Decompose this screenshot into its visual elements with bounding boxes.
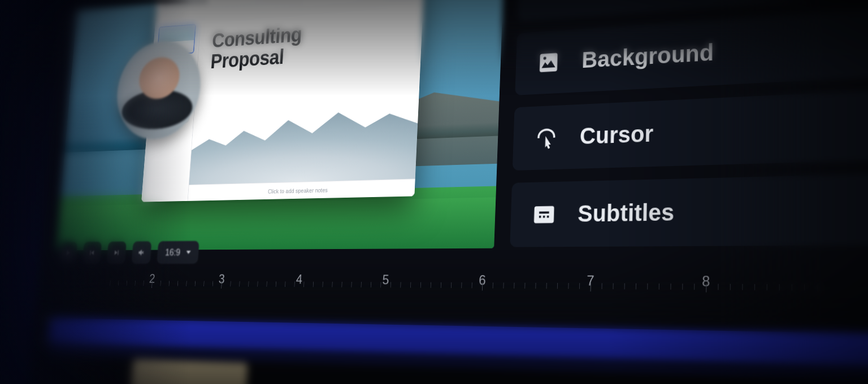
ruler-tick (431, 282, 431, 288)
ruler-tick (203, 281, 204, 286)
ruler-tick (503, 283, 504, 289)
slide-title: Consulting Proposal (210, 15, 409, 72)
chevron-down-icon (186, 251, 191, 254)
toolbar-icon (189, 0, 193, 5)
ruler-tick (706, 284, 706, 293)
user-circle-icon (539, 0, 563, 1)
skip-forward-button[interactable] (107, 242, 127, 264)
ruler-tick (390, 282, 391, 287)
tilted-surface: Consulting Proposal Click to add speaker… (22, 0, 868, 384)
ruler-tick (493, 282, 493, 288)
ruler-tick (659, 283, 659, 290)
ruler-tick (127, 281, 127, 286)
ruler-tick (248, 281, 249, 286)
ruler-tick (817, 285, 817, 291)
ruler-tick (670, 283, 671, 290)
ruler-tick (160, 281, 160, 286)
option-webcam-recording[interactable]: Webcam Recording (518, 0, 868, 21)
toolbar-icon (175, 1, 180, 6)
play-icon (64, 248, 72, 258)
ruler-tick (647, 283, 648, 290)
options-panel: Webcam Recording Background Cursor Subti… (510, 0, 868, 247)
toolbar-icon (169, 1, 173, 6)
ruler-tick (535, 283, 536, 289)
ruler-tick (410, 282, 411, 288)
ruler-tick (779, 284, 780, 290)
option-label: Background (581, 40, 714, 73)
ruler-tick (742, 284, 743, 290)
ruler-mark: 4 (296, 272, 303, 287)
ruler-tick (694, 283, 695, 290)
slide-hero-image (189, 87, 420, 185)
ruler-tick (546, 283, 547, 289)
ruler-tick (361, 282, 362, 287)
ruler-tick (118, 281, 119, 286)
ruler-tick (371, 282, 371, 287)
ruler-tick (134, 281, 135, 286)
skip-back-icon (88, 248, 96, 258)
ruler-tick (579, 283, 580, 289)
subtitles-icon (532, 202, 556, 227)
play-button[interactable] (58, 242, 77, 264)
film-icon (40, 335, 47, 344)
ruler-tick (420, 282, 421, 288)
option-label: Subtitles (578, 199, 675, 226)
option-label: Cursor (579, 121, 653, 150)
timeline-clip-overlay[interactable] (131, 359, 248, 384)
ruler-tick (730, 284, 731, 290)
ruler-tick (613, 283, 613, 290)
ruler-tick (313, 282, 314, 287)
ruler-tick (636, 283, 636, 290)
ruler-tick (472, 282, 472, 288)
ruler-tick (400, 282, 401, 288)
toolbar-icon (182, 0, 186, 5)
ruler-tick (143, 281, 144, 286)
ruler-tick (322, 282, 323, 287)
option-cursor[interactable]: Cursor (513, 85, 868, 171)
toolbar-icon (202, 0, 207, 4)
skip-forward-icon (112, 248, 120, 257)
ruler-mark: 5 (382, 272, 389, 288)
ruler-tick (514, 283, 514, 289)
ruler-tick (266, 281, 267, 286)
option-subtitles[interactable]: Subtitles (510, 171, 868, 247)
ruler-tick (177, 281, 178, 286)
volume-mute-icon (137, 248, 146, 257)
transport-bar: 16:9 (55, 235, 494, 267)
skip-back-button[interactable] (82, 242, 102, 264)
toolbar-icon (162, 2, 167, 7)
ruler-tick (591, 283, 591, 291)
ruler-tick (294, 282, 294, 287)
cursor-click-icon (534, 125, 558, 150)
ruler-tick (341, 282, 342, 287)
ruler-tick (212, 281, 213, 286)
ruler-tick (441, 282, 441, 288)
ruler-tick (601, 283, 602, 290)
ruler-tick (451, 282, 452, 288)
ruler-mark: 6 (479, 272, 486, 288)
ruler-tick (461, 282, 462, 288)
aspect-ratio-selector[interactable]: 16:9 (157, 241, 199, 264)
ruler-tick (682, 283, 683, 290)
ruler-tick (303, 282, 304, 287)
ruler-tick (285, 281, 285, 287)
mute-button[interactable] (132, 241, 152, 264)
ruler-tick (624, 283, 625, 290)
slide-canvas: Consulting Proposal Click to add speaker… (188, 1, 423, 201)
ruler-tick (380, 282, 381, 287)
ruler-tick (257, 281, 258, 286)
preview-canvas: Consulting Proposal Click to add speaker… (56, 0, 504, 250)
ruler-tick (239, 281, 240, 286)
ruler-tick (110, 281, 110, 286)
ruler-tick (332, 282, 332, 287)
ruler-tick (169, 281, 170, 286)
timeline[interactable]: 2 3 4 5 6 7 8 Background Video and Audio (39, 280, 868, 384)
ruler-tick (195, 281, 196, 286)
ruler-tick (524, 283, 525, 289)
ruler-tick (230, 281, 231, 286)
ruler-tick (568, 283, 568, 289)
image-icon (537, 50, 561, 76)
ruler-tick (351, 282, 351, 287)
ruler-tick (718, 284, 718, 290)
ruler-tick (754, 284, 755, 290)
